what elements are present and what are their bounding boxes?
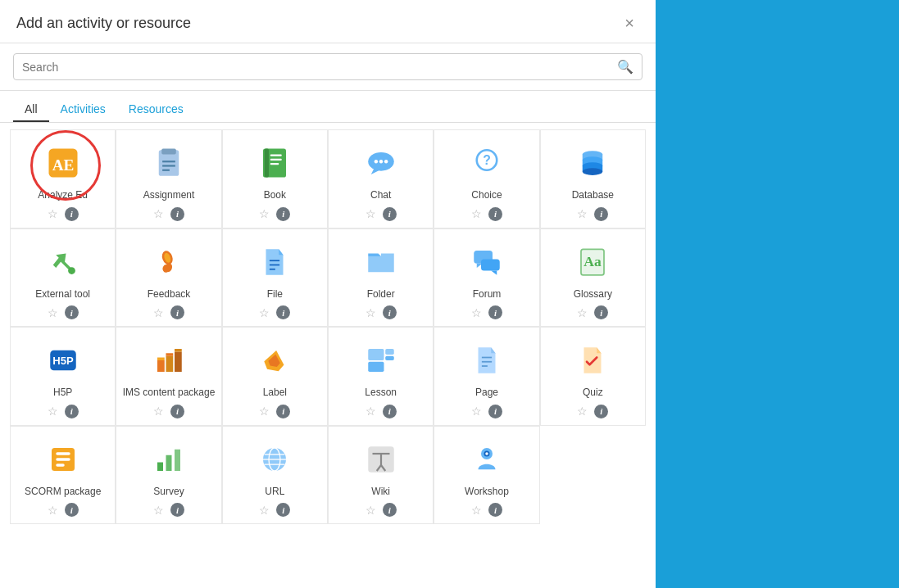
info-icon[interactable]: i	[383, 207, 397, 221]
list-item[interactable]: IMS content package ☆ i	[116, 327, 221, 426]
list-item[interactable]: Label ☆ i	[222, 327, 328, 426]
info-icon[interactable]: i	[276, 305, 290, 319]
info-icon[interactable]: i	[488, 503, 502, 517]
info-icon[interactable]: i	[65, 405, 79, 418]
star-icon[interactable]: ☆	[48, 306, 58, 319]
list-item[interactable]: Wiki ☆ i	[328, 426, 434, 525]
info-icon[interactable]: i	[170, 503, 184, 517]
svg-rect-47	[368, 349, 384, 360]
star-icon[interactable]: ☆	[366, 207, 376, 220]
info-icon[interactable]: i	[488, 305, 502, 319]
info-icon[interactable]: i	[276, 207, 290, 221]
item-label: URL	[265, 486, 284, 499]
star-icon[interactable]: ☆	[48, 405, 58, 418]
list-item[interactable]: H5P H5P ☆ i	[10, 327, 116, 426]
list-item[interactable]: Feedback ☆ i	[116, 228, 221, 328]
item-actions: ☆ i	[153, 405, 184, 418]
info-icon[interactable]: i	[383, 503, 397, 517]
info-icon[interactable]: i	[488, 207, 502, 221]
page-icon	[465, 339, 508, 382]
star-icon[interactable]: ☆	[577, 306, 588, 319]
star-icon[interactable]: ☆	[366, 405, 376, 418]
info-icon[interactable]: i	[383, 305, 397, 319]
star-icon[interactable]: ☆	[259, 405, 270, 418]
list-item[interactable]: Folder ☆ i	[328, 228, 434, 328]
item-label: Chat	[370, 189, 391, 202]
item-label: Feedback	[148, 288, 191, 301]
info-icon[interactable]: i	[594, 305, 608, 319]
item-label: Survey	[153, 486, 184, 499]
star-icon[interactable]: ☆	[48, 504, 58, 517]
list-item[interactable]: Chat ☆ i	[328, 129, 434, 228]
list-item[interactable]: Aa Glossary ☆ i	[540, 228, 646, 328]
list-item[interactable]: Lesson ☆ i	[328, 327, 434, 426]
list-item[interactable]: File ☆ i	[222, 228, 328, 328]
h5p-icon: H5P	[42, 339, 84, 382]
star-icon[interactable]: ☆	[577, 405, 588, 418]
list-item[interactable]: AE Analyze Ed ☆ i	[10, 129, 116, 228]
item-label: Quiz	[583, 387, 603, 400]
search-input[interactable]	[22, 61, 617, 74]
star-icon[interactable]: ☆	[366, 306, 376, 319]
star-icon[interactable]: ☆	[259, 504, 270, 517]
star-icon[interactable]: ☆	[259, 207, 270, 220]
tab-resources[interactable]: Resources	[117, 97, 195, 122]
info-icon[interactable]: i	[65, 503, 79, 517]
item-label: Analyze Ed	[38, 189, 88, 202]
info-icon[interactable]: i	[170, 305, 184, 319]
star-icon[interactable]: ☆	[471, 306, 482, 319]
svg-rect-41	[157, 360, 165, 372]
star-icon[interactable]: ☆	[366, 504, 376, 517]
star-icon[interactable]: ☆	[153, 504, 164, 517]
star-icon[interactable]: ☆	[153, 306, 164, 319]
list-item[interactable]: External tool ☆ i	[10, 228, 116, 328]
star-icon[interactable]: ☆	[471, 504, 482, 517]
info-icon[interactable]: i	[65, 207, 79, 221]
glossary-icon: Aa	[571, 241, 614, 283]
search-icon: 🔍	[617, 59, 633, 75]
svg-rect-46	[175, 349, 182, 352]
info-icon[interactable]: i	[276, 503, 290, 517]
item-label: Assignment	[143, 189, 195, 202]
item-actions: ☆ i	[259, 207, 290, 221]
list-item[interactable]: SCORM package ☆ i	[10, 426, 116, 525]
info-icon[interactable]: i	[170, 405, 184, 418]
star-icon[interactable]: ☆	[471, 207, 482, 220]
list-item[interactable]: Workshop ☆ i	[434, 426, 539, 525]
list-item[interactable]: Quiz ☆ i	[540, 327, 646, 426]
star-icon[interactable]: ☆	[153, 405, 164, 418]
tab-all[interactable]: All	[13, 97, 49, 122]
star-icon[interactable]: ☆	[471, 405, 482, 418]
info-icon[interactable]: i	[383, 405, 397, 418]
star-icon[interactable]: ☆	[153, 207, 164, 220]
info-icon[interactable]: i	[170, 207, 184, 221]
svg-rect-45	[175, 352, 182, 373]
grid-empty-cell	[540, 426, 646, 525]
svg-rect-10	[270, 159, 282, 161]
list-item[interactable]: Assignment ☆ i	[116, 129, 221, 228]
search-wrap: 🔍	[13, 53, 642, 80]
list-item[interactable]: URL ☆ i	[222, 426, 328, 525]
info-icon[interactable]: i	[594, 207, 608, 221]
star-icon[interactable]: ☆	[48, 207, 58, 220]
list-item[interactable]: Database ☆ i	[540, 129, 646, 228]
info-icon[interactable]: i	[276, 405, 290, 418]
list-item[interactable]: Forum ☆ i	[434, 228, 539, 328]
lesson-icon	[360, 339, 402, 382]
item-label: SCORM package	[25, 486, 101, 499]
list-item[interactable]: Survey ☆ i	[116, 426, 221, 525]
svg-rect-8	[265, 149, 269, 178]
svg-rect-44	[166, 353, 173, 356]
list-item[interactable]: Book ☆ i	[222, 129, 328, 228]
item-label: Database	[572, 189, 614, 202]
info-icon[interactable]: i	[594, 405, 608, 418]
item-actions: ☆ i	[471, 207, 502, 221]
star-icon[interactable]: ☆	[259, 306, 270, 319]
list-item[interactable]: Page ☆ i	[434, 327, 539, 426]
info-icon[interactable]: i	[488, 405, 502, 418]
tab-activities[interactable]: Activities	[49, 97, 117, 122]
star-icon[interactable]: ☆	[577, 207, 588, 220]
list-item[interactable]: ? Choice ☆ i	[434, 129, 539, 228]
close-button[interactable]: ×	[620, 13, 639, 33]
info-icon[interactable]: i	[65, 305, 79, 319]
